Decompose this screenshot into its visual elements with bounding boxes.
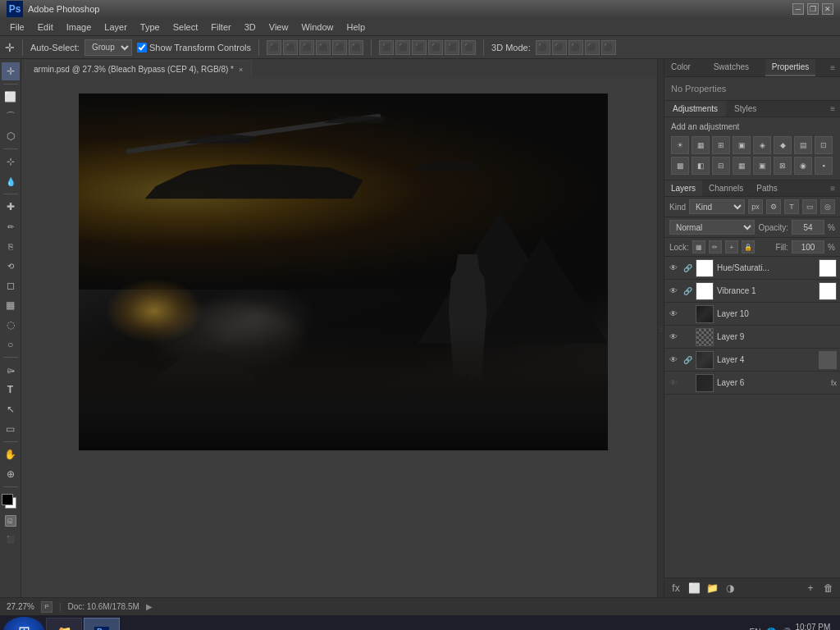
- align-left-btn[interactable]: ⬛: [267, 40, 281, 55]
- layer-item-9[interactable]: 👁 Layer 9: [664, 326, 840, 349]
- zoom-tool[interactable]: ⊕: [2, 465, 20, 483]
- menu-filter[interactable]: Filter: [204, 21, 237, 34]
- adj-photo-btn[interactable]: ▩: [671, 157, 689, 175]
- panel-resize-handle[interactable]: ⋮: [657, 59, 664, 597]
- adj-threshold-btn[interactable]: ⊠: [774, 157, 792, 175]
- restore-button[interactable]: ❐: [807, 3, 819, 15]
- dist-top-btn[interactable]: ⬛: [428, 40, 443, 55]
- 3d-slide-btn[interactable]: ⬛: [585, 40, 600, 55]
- adj-curves-btn[interactable]: ⊞: [712, 136, 730, 154]
- menu-type[interactable]: Type: [134, 21, 167, 34]
- tab-layers[interactable]: Layers: [664, 180, 702, 196]
- 3d-roll-btn[interactable]: ⬛: [552, 40, 567, 55]
- properties-panel-menu[interactable]: ≡: [825, 60, 840, 75]
- add-style-btn[interactable]: fx: [669, 582, 682, 595]
- adj-gradient-btn[interactable]: ◉: [794, 157, 812, 175]
- filter-type-btn[interactable]: T: [784, 199, 799, 214]
- close-button[interactable]: ✕: [822, 3, 833, 15]
- healing-tool[interactable]: ✚: [2, 198, 20, 216]
- new-layer-btn[interactable]: +: [804, 582, 817, 595]
- layer-visibility-hue-sat[interactable]: 👁: [668, 262, 679, 274]
- minimize-button[interactable]: ─: [792, 3, 804, 15]
- layers-panel-menu[interactable]: ≡: [825, 180, 840, 196]
- layer-item-vibrance[interactable]: 👁 🔗 Vibrance 1: [664, 280, 840, 303]
- lock-all-btn[interactable]: 🔒: [742, 240, 755, 253]
- adj-colorlookup-btn[interactable]: ⊟: [712, 157, 730, 175]
- delete-layer-btn[interactable]: 🗑: [822, 582, 835, 595]
- align-top-btn[interactable]: ⬛: [316, 40, 331, 55]
- foreground-color[interactable]: [2, 494, 13, 505]
- adjustments-menu[interactable]: ≡: [825, 101, 840, 116]
- history-tool[interactable]: ⟲: [2, 257, 20, 275]
- 3d-scale-btn[interactable]: ⬛: [601, 40, 616, 55]
- quick-mask-btn[interactable]: ◱: [5, 515, 16, 527]
- layer-visibility-6[interactable]: 👁: [668, 377, 679, 389]
- lasso-tool[interactable]: ⌒: [2, 107, 20, 126]
- screen-mode-toggle[interactable]: ⬛: [2, 530, 20, 548]
- layer-item-10[interactable]: 👁 Layer 10: [664, 303, 840, 326]
- align-bottom-btn[interactable]: ⬛: [349, 40, 363, 55]
- move-tool[interactable]: ✛: [2, 62, 20, 80]
- menu-edit[interactable]: Edit: [31, 21, 60, 34]
- marquee-tool[interactable]: ⬜: [2, 88, 20, 106]
- dist-center-h-btn[interactable]: ⬛: [395, 40, 410, 55]
- clone-tool[interactable]: ⎘: [2, 237, 20, 255]
- blur-tool[interactable]: ◌: [2, 316, 20, 334]
- 3d-pan-btn[interactable]: ⬛: [568, 40, 583, 55]
- quick-select-tool[interactable]: ⬡: [2, 127, 20, 145]
- doc-tab-armin[interactable]: armin.psd @ 27.3% (Bleach Bypass (CEP 4)…: [25, 61, 252, 77]
- eyedropper-tool[interactable]: 💧: [2, 172, 20, 190]
- menu-3d[interactable]: 3D: [238, 21, 262, 34]
- eraser-tool[interactable]: ◻: [2, 276, 20, 294]
- taskbar-explorer[interactable]: 📁: [46, 618, 82, 630]
- blend-mode-select[interactable]: Normal Multiply Screen Overlay: [669, 220, 755, 235]
- adj-vibrance-btn[interactable]: ◈: [753, 136, 771, 154]
- adj-brightness-btn[interactable]: ☀: [671, 136, 689, 154]
- tab-channels[interactable]: Channels: [702, 180, 750, 196]
- color-swatches[interactable]: [2, 494, 20, 512]
- adj-exposure-btn[interactable]: ▣: [733, 136, 751, 154]
- layer-item-4[interactable]: 👁 🔗 Layer 4: [664, 349, 840, 372]
- layer-visibility-10[interactable]: 👁: [668, 308, 679, 320]
- layer-filter-select[interactable]: Kind: [689, 199, 745, 214]
- shape-tool[interactable]: ▭: [2, 420, 20, 438]
- filter-pixel-btn[interactable]: px: [748, 199, 763, 214]
- menu-file[interactable]: File: [3, 21, 31, 34]
- tab-swatches[interactable]: Swatches: [707, 59, 756, 76]
- layer-item-6[interactable]: 👁 Layer 6 fx: [664, 372, 840, 395]
- layer-visibility-4[interactable]: 👁: [668, 354, 679, 366]
- adj-selectcolor-btn[interactable]: ▪: [815, 157, 833, 175]
- align-center-v-btn[interactable]: ⬛: [332, 40, 347, 55]
- menu-view[interactable]: View: [262, 21, 295, 34]
- auto-select-dropdown[interactable]: Group Layer: [84, 39, 132, 56]
- adj-hsl-btn[interactable]: ◆: [774, 136, 792, 154]
- filter-shape-btn[interactable]: ▭: [802, 199, 817, 214]
- hand-tool[interactable]: ✋: [2, 445, 20, 463]
- dist-bottom-btn[interactable]: ⬛: [461, 40, 476, 55]
- lock-artboard-btn[interactable]: +: [725, 240, 738, 253]
- dodge-tool[interactable]: ○: [2, 336, 20, 354]
- layer-item-hue-sat[interactable]: 👁 🔗 Hue/Saturati...: [664, 257, 840, 280]
- new-adjustment-btn[interactable]: ◑: [724, 582, 737, 595]
- tab-paths[interactable]: Paths: [750, 180, 784, 196]
- dist-right-btn[interactable]: ⬛: [412, 40, 427, 55]
- adj-levels-btn[interactable]: ▦: [692, 136, 710, 154]
- proof-setup-indicator[interactable]: P: [41, 601, 52, 613]
- show-transform-option[interactable]: Show Transform Controls: [137, 43, 251, 52]
- dist-left-btn[interactable]: ⬛: [379, 40, 394, 55]
- fill-input[interactable]: [792, 240, 824, 253]
- start-button[interactable]: ⊞: [3, 617, 44, 630]
- add-mask-btn[interactable]: ⬜: [687, 582, 701, 595]
- tab-styles[interactable]: Styles: [726, 101, 765, 116]
- tab-adjustments[interactable]: Adjustments: [664, 101, 726, 116]
- brush-tool[interactable]: ✏: [2, 217, 20, 235]
- opacity-input[interactable]: [792, 220, 824, 235]
- filter-adjust-btn[interactable]: ⚙: [766, 199, 781, 214]
- taskbar-photoshop[interactable]: Ps: [84, 618, 120, 630]
- dist-center-v-btn[interactable]: ⬛: [445, 40, 459, 55]
- status-arrow[interactable]: ▶: [146, 602, 153, 611]
- menu-window[interactable]: Window: [294, 21, 340, 34]
- align-center-h-btn[interactable]: ⬛: [283, 40, 298, 55]
- menu-image[interactable]: Image: [60, 21, 98, 34]
- path-select-tool[interactable]: ↖: [2, 400, 20, 418]
